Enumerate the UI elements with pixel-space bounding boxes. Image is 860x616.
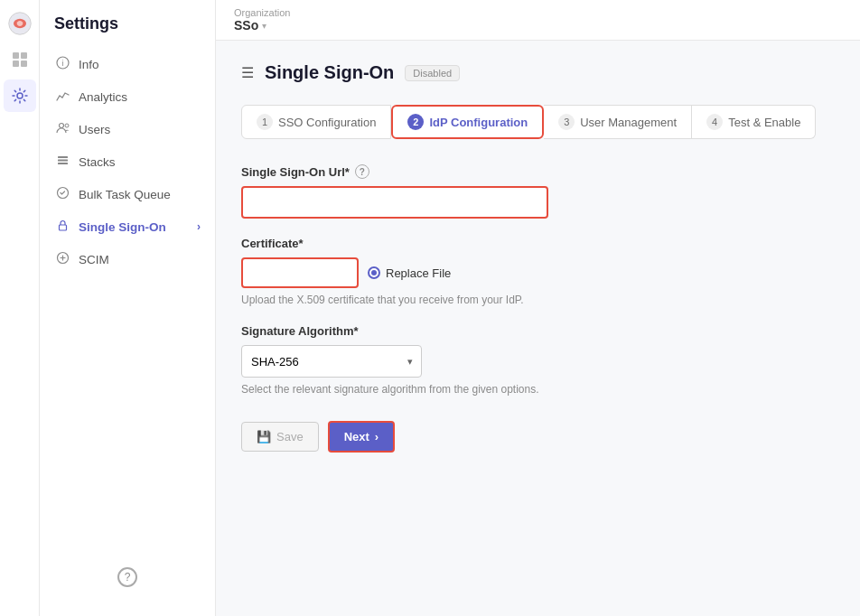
svg-rect-10	[58, 156, 68, 158]
app-logo[interactable]	[7, 11, 33, 40]
sidebar-item-scim-label: SCIM	[79, 253, 109, 266]
tab-test-enable[interactable]: 4 Test & Enable	[692, 105, 816, 139]
sidebar-item-scim[interactable]: SCIM	[40, 243, 215, 275]
svg-rect-12	[58, 163, 68, 164]
tab-num-3: 3	[558, 114, 575, 130]
info-icon: i	[54, 56, 70, 72]
sso-url-label: Single Sign-On Url* ?	[241, 164, 835, 179]
radio-dot-icon	[368, 266, 380, 279]
sidebar-item-sso[interactable]: Single Sign-On ›	[40, 210, 215, 243]
sidebar-item-users[interactable]: Users	[40, 113, 215, 145]
save-icon: 💾	[257, 430, 271, 443]
sidebar-item-stacks[interactable]: Stacks	[40, 145, 215, 178]
signature-algo-hint: Select the relevant signature algorithm …	[241, 383, 835, 396]
sidebar-item-bulk-task-queue[interactable]: Bulk Task Queue	[40, 178, 215, 210]
save-button[interactable]: 💾 Save	[241, 422, 319, 452]
tab-num-4: 4	[706, 114, 723, 130]
org-label: Organization	[234, 7, 290, 18]
svg-rect-2	[21, 52, 27, 59]
signature-algo-group: Signature Algorithm* SHA-256 SHA-1 SHA-5…	[241, 324, 835, 396]
content-area: ☰ Single Sign-On Disabled 1 SSO Configur…	[216, 41, 860, 616]
tab-num-2: 2	[407, 114, 424, 130]
stacks-icon	[54, 154, 70, 170]
sidebar-title: Settings	[40, 14, 215, 48]
svg-rect-4	[21, 61, 27, 67]
page-header: ☰ Single Sign-On Disabled	[241, 62, 835, 83]
tab-user-management[interactable]: 3 User Management	[544, 105, 692, 139]
tab-num-1: 1	[257, 114, 273, 130]
analytics-icon	[54, 89, 70, 105]
svg-point-9	[65, 124, 69, 127]
sso-url-group: Single Sign-On Url* ?	[241, 164, 835, 219]
sidebar: Settings i Info Analytics Users Stacks B…	[40, 0, 216, 616]
tab-user-management-label: User Management	[580, 116, 677, 129]
tab-test-enable-label: Test & Enable	[728, 116, 800, 129]
tab-sso-config-label: SSO Configuration	[278, 116, 376, 129]
button-row: 💾 Save Next ›	[241, 421, 835, 453]
certificate-label: Certificate*	[241, 237, 835, 250]
page-title: Single Sign-On	[265, 62, 394, 83]
replace-file-label: Replace File	[386, 266, 451, 280]
sidebar-item-info[interactable]: i Info	[40, 48, 215, 80]
certificate-hint: Upload the X.509 certificate that you re…	[241, 294, 835, 306]
signature-algo-select[interactable]: SHA-256 SHA-1 SHA-512	[241, 345, 422, 378]
sidebar-item-stacks-label: Stacks	[79, 155, 116, 169]
users-icon	[54, 121, 70, 137]
icon-rail	[0, 0, 40, 616]
disabled-badge: Disabled	[405, 65, 460, 81]
chevron-right-icon: ›	[197, 220, 201, 233]
main-content: Organization SSo ▾ ☰ Single Sign-On Disa…	[216, 0, 860, 616]
org-name: SSo	[234, 18, 258, 33]
next-chevron-icon: ›	[375, 430, 379, 443]
rail-dashboard-icon[interactable]	[4, 43, 36, 76]
svg-point-5	[17, 93, 23, 98]
sidebar-item-analytics-label: Analytics	[79, 90, 127, 104]
scim-icon	[54, 251, 70, 267]
cert-row: Replace File	[241, 257, 835, 288]
tab-idp-config[interactable]: 2 IdP Configuration	[391, 105, 544, 139]
signature-algo-select-wrap: SHA-256 SHA-1 SHA-512 ▾	[241, 345, 422, 378]
sidebar-item-info-label: Info	[79, 58, 99, 71]
org-section: Organization SSo ▾	[234, 7, 290, 33]
sidebar-bottom: ?	[40, 553, 215, 602]
sidebar-item-analytics[interactable]: Analytics	[40, 80, 215, 113]
svg-rect-14	[59, 225, 66, 230]
next-label: Next	[344, 430, 369, 443]
signature-algo-label: Signature Algorithm*	[241, 324, 835, 338]
help-icon[interactable]: ?	[117, 567, 137, 587]
replace-file-option[interactable]: Replace File	[368, 266, 451, 280]
bulk-task-icon	[54, 186, 70, 202]
tab-idp-config-label: IdP Configuration	[429, 116, 528, 129]
hamburger-icon[interactable]: ☰	[241, 64, 254, 81]
tab-bar: 1 SSO Configuration 2 IdP Configuration …	[241, 105, 835, 139]
certificate-group: Certificate* Replace File Upload the X.5…	[241, 237, 835, 306]
lock-icon	[54, 219, 70, 235]
svg-rect-11	[58, 160, 68, 162]
sidebar-item-users-label: Users	[79, 123, 110, 136]
svg-rect-1	[13, 52, 19, 59]
svg-point-8	[59, 124, 63, 128]
tab-sso-config[interactable]: 1 SSO Configuration	[241, 105, 391, 139]
rail-settings-icon[interactable]	[4, 79, 36, 112]
next-button[interactable]: Next ›	[328, 421, 396, 453]
save-label: Save	[276, 430, 304, 443]
sidebar-item-bulk-task-label: Bulk Task Queue	[79, 188, 171, 201]
sso-url-input[interactable]	[241, 186, 548, 219]
sso-url-help-icon[interactable]: ?	[355, 164, 369, 179]
certificate-input[interactable]	[241, 257, 359, 288]
org-caret-icon[interactable]: ▾	[262, 21, 266, 31]
svg-rect-3	[13, 61, 19, 67]
svg-text:i: i	[61, 59, 63, 68]
top-bar: Organization SSo ▾	[216, 0, 860, 41]
sidebar-item-sso-label: Single Sign-On	[79, 220, 166, 234]
